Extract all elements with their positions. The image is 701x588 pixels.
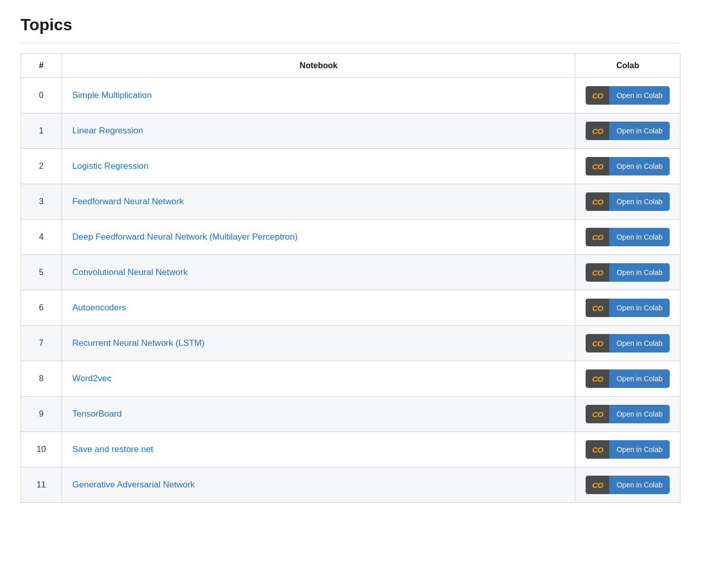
colab-icon: CO (586, 86, 609, 105)
colab-button-label: Open in Colab (609, 481, 670, 489)
colab-button-label: Open in Colab (609, 304, 670, 312)
colab-button[interactable]: COOpen in Colab (586, 299, 670, 317)
co-logo-text: CO (592, 445, 604, 454)
colab-button[interactable]: COOpen in Colab (586, 476, 670, 494)
row-colab: COOpen in Colab (575, 184, 680, 220)
notebook-link[interactable]: Convolutional Neural Network (72, 267, 188, 277)
colab-button[interactable]: COOpen in Colab (586, 86, 670, 105)
row-colab: COOpen in Colab (575, 432, 680, 467)
colab-icon: CO (586, 369, 609, 388)
co-logo-text: CO (592, 268, 604, 277)
row-notebook: Autoencoders (62, 290, 575, 326)
colab-button[interactable]: COOpen in Colab (586, 263, 670, 282)
row-notebook: TensorBoard (62, 397, 575, 432)
co-logo-text: CO (592, 481, 604, 489)
notebook-link[interactable]: Word2vec (72, 374, 111, 383)
co-logo-text: CO (592, 375, 604, 383)
row-number: 8 (21, 361, 62, 397)
row-notebook: Recurrent Neural Network (LSTM) (62, 326, 575, 361)
topics-table: # Notebook Colab 0Simple MultiplicationC… (21, 53, 680, 503)
row-colab: COOpen in Colab (575, 220, 680, 255)
table-row: 11Generative Adversarial NetworkCOOpen i… (21, 467, 680, 503)
co-logo-text: CO (592, 233, 604, 242)
colab-icon: CO (586, 405, 609, 423)
row-number: 7 (21, 326, 62, 361)
row-notebook: Feedforward Neural Network (62, 184, 575, 220)
colab-icon: CO (586, 476, 609, 494)
co-logo-text: CO (592, 410, 604, 419)
row-notebook: Simple Multiplication (62, 78, 575, 113)
colab-button[interactable]: COOpen in Colab (586, 369, 670, 388)
col-header-number: # (21, 54, 62, 78)
notebook-link[interactable]: Feedforward Neural Network (72, 197, 184, 206)
row-number: 10 (21, 432, 62, 467)
row-notebook: Linear Regression (62, 113, 575, 149)
row-colab: COOpen in Colab (575, 361, 680, 397)
colab-button[interactable]: COOpen in Colab (586, 228, 670, 246)
row-colab: COOpen in Colab (575, 149, 680, 184)
notebook-link[interactable]: Save and restore net (72, 444, 153, 454)
row-notebook: Deep Feedforward Neural Network (Multila… (62, 220, 575, 255)
table-row: 3Feedforward Neural NetworkCOOpen in Col… (21, 184, 680, 220)
table-row: 9TensorBoardCOOpen in Colab (21, 397, 680, 432)
colab-button-label: Open in Colab (609, 198, 670, 206)
colab-icon: CO (586, 122, 609, 140)
colab-button-label: Open in Colab (609, 127, 670, 135)
co-logo-text: CO (592, 198, 604, 206)
col-header-colab: Colab (575, 54, 680, 78)
row-number: 2 (21, 149, 62, 184)
row-number: 11 (21, 467, 62, 503)
colab-button[interactable]: COOpen in Colab (586, 334, 670, 352)
colab-button[interactable]: COOpen in Colab (586, 157, 670, 175)
row-number: 1 (21, 113, 62, 149)
row-notebook: Generative Adversarial Network (62, 467, 575, 503)
notebook-link[interactable]: Linear Regression (72, 126, 143, 135)
colab-button-label: Open in Colab (609, 375, 670, 383)
colab-icon: CO (586, 192, 609, 211)
row-colab: COOpen in Colab (575, 290, 680, 326)
colab-button-label: Open in Colab (609, 233, 670, 241)
notebook-link[interactable]: Logistic Regression (72, 161, 148, 171)
row-colab: COOpen in Colab (575, 255, 680, 290)
colab-icon: CO (586, 157, 609, 175)
row-number: 9 (21, 397, 62, 432)
co-logo-text: CO (592, 304, 604, 312)
table-row: 4Deep Feedforward Neural Network (Multil… (21, 220, 680, 255)
table-row: 8Word2vecCOOpen in Colab (21, 361, 680, 397)
colab-button-label: Open in Colab (609, 445, 670, 454)
colab-button-label: Open in Colab (609, 410, 670, 418)
notebook-link[interactable]: Autoencoders (72, 303, 126, 312)
colab-icon: CO (586, 440, 609, 459)
colab-button-label: Open in Colab (609, 339, 670, 347)
colab-icon: CO (586, 299, 609, 317)
notebook-link[interactable]: Deep Feedforward Neural Network (Multila… (72, 232, 297, 242)
colab-button-label: Open in Colab (609, 91, 670, 100)
row-notebook: Word2vec (62, 361, 575, 397)
co-logo-text: CO (592, 162, 604, 171)
row-notebook: Logistic Regression (62, 149, 575, 184)
colab-button[interactable]: COOpen in Colab (586, 440, 670, 459)
table-row: 5Convolutional Neural NetworkCOOpen in C… (21, 255, 680, 290)
co-logo-text: CO (592, 339, 604, 348)
divider (21, 43, 680, 43)
notebook-link[interactable]: Recurrent Neural Network (LSTM) (72, 338, 205, 348)
row-number: 4 (21, 220, 62, 255)
co-logo-text: CO (592, 91, 604, 100)
row-colab: COOpen in Colab (575, 467, 680, 503)
row-number: 0 (21, 78, 62, 113)
co-logo-text: CO (592, 127, 604, 135)
notebook-link[interactable]: TensorBoard (72, 409, 122, 419)
notebook-link[interactable]: Simple Multiplication (72, 90, 152, 100)
colab-button[interactable]: COOpen in Colab (586, 122, 670, 140)
row-colab: COOpen in Colab (575, 113, 680, 149)
row-colab: COOpen in Colab (575, 326, 680, 361)
notebook-link[interactable]: Generative Adversarial Network (72, 480, 195, 489)
row-colab: COOpen in Colab (575, 78, 680, 113)
row-colab: COOpen in Colab (575, 397, 680, 432)
row-number: 5 (21, 255, 62, 290)
colab-button[interactable]: COOpen in Colab (586, 192, 670, 211)
colab-button[interactable]: COOpen in Colab (586, 405, 670, 423)
table-row: 1Linear RegressionCOOpen in Colab (21, 113, 680, 149)
table-row: 10Save and restore netCOOpen in Colab (21, 432, 680, 467)
row-notebook: Convolutional Neural Network (62, 255, 575, 290)
